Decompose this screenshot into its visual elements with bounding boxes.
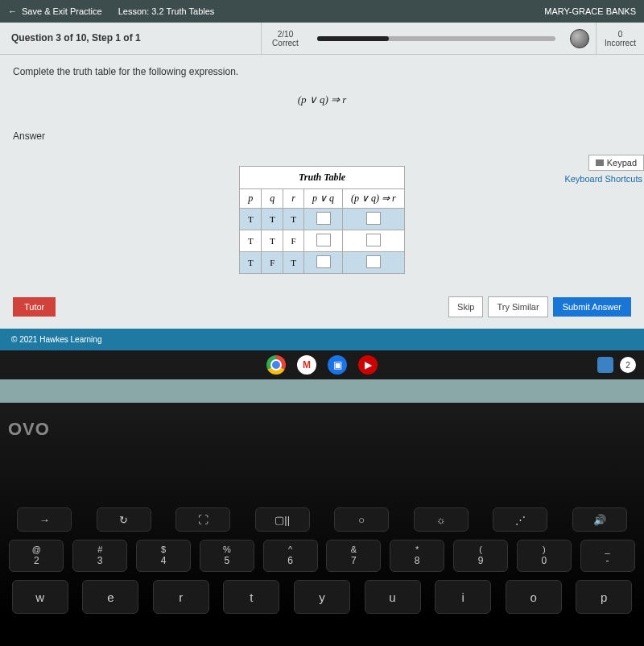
keyboard-row-letters: wertyuiop [0, 580, 644, 614]
answer-input[interactable] [366, 212, 381, 225]
expression-text: (p ∨ q) ⇒ r [0, 93, 644, 122]
table-row: T T T [240, 209, 404, 230]
answer-input[interactable] [316, 234, 331, 246]
keyboard-key: y [294, 580, 350, 614]
keyboard-key: *8 [390, 540, 444, 572]
keyboard-key: %5 [200, 540, 254, 572]
keyboard-key: _- [580, 540, 635, 572]
tray-badge[interactable]: 2 [620, 357, 636, 373]
keyboard-key: (9 [453, 540, 508, 572]
keyboard-key: ⋰ [493, 507, 547, 532]
col-r: r [283, 189, 304, 209]
cell: F [283, 230, 304, 252]
back-arrow-icon[interactable]: ← [8, 6, 17, 16]
keyboard-key: i [435, 580, 491, 614]
keyboard-key: t [223, 580, 279, 614]
submit-answer-button[interactable]: Submit Answer [553, 297, 631, 317]
cell: T [283, 209, 304, 230]
keyboard-key: #3 [72, 540, 127, 572]
keyboard-key: ☼ [414, 507, 469, 532]
col-q: q [262, 189, 283, 209]
col-pvq: p ∨ q [304, 189, 343, 209]
skip-button[interactable]: Skip [448, 296, 483, 317]
cell: T [240, 209, 262, 230]
keypad-label: Keypad [607, 158, 637, 168]
laptop-brand: OVO [8, 419, 50, 440]
keyboard-key: &7 [326, 540, 381, 572]
cell: T [240, 230, 262, 252]
docs-icon[interactable]: ▣ [328, 355, 347, 375]
answer-input[interactable] [316, 212, 331, 225]
keyboard-key: ▢|| [255, 507, 310, 532]
keyboard-row-function: →↻⛶▢||○☼⋰🔊 [0, 507, 644, 532]
cell: T [283, 252, 304, 274]
table-row: T F T [240, 252, 404, 274]
question-header: Question 3 of 10, Step 1 of 1 2/10 Corre… [0, 23, 644, 55]
truth-table: Truth Table p q r p ∨ q (p ∨ q) ⇒ r T T … [239, 166, 404, 274]
try-similar-button[interactable]: Try Similar [488, 296, 547, 317]
cell: F [262, 252, 283, 274]
progress-bar [309, 23, 564, 54]
keyboard-row-numbers: @2#3$4%5^6&7*8(9)0_- [0, 540, 644, 572]
keyboard-key: ^6 [263, 540, 318, 572]
keyboard-key: 🔊 [572, 507, 627, 532]
tools-panel: Keypad Keyboard Shortcuts [564, 155, 644, 184]
keyboard-key: → [17, 507, 72, 532]
cell: T [262, 209, 283, 230]
keyboard-key: ○ [334, 507, 389, 532]
answer-label: Answer [0, 122, 644, 150]
cell: T [262, 230, 283, 252]
answer-input[interactable] [366, 234, 381, 246]
question-title: Question 3 of 10, Step 1 of 1 [0, 23, 261, 54]
lesson-title: Lesson: 3.2 Truth Tables [118, 6, 215, 16]
keyboard-key: o [506, 580, 562, 614]
user-name[interactable]: MARY-GRACE BANKS [544, 6, 636, 16]
answer-input[interactable] [316, 255, 331, 268]
keyboard-key: $4 [136, 540, 191, 572]
correct-number: 2/10 [278, 30, 293, 39]
gmail-icon[interactable]: M [297, 355, 316, 375]
correct-count: 2/10 Correct [261, 23, 309, 54]
button-row: Tutor Skip Try Similar Submit Answer [0, 288, 644, 329]
table-title: Truth Table [240, 167, 404, 189]
correct-label: Correct [272, 39, 299, 48]
cell: T [240, 252, 262, 274]
table-header-row: p q r p ∨ q (p ∨ q) ⇒ r [240, 189, 404, 209]
keyboard-key: ⛶ [175, 507, 230, 532]
youtube-icon[interactable]: ▶ [358, 355, 378, 375]
os-taskbar: M ▣ ▶ 2 [0, 350, 644, 379]
incorrect-number: 0 [618, 30, 623, 39]
incorrect-count: 0 Incorrect [596, 23, 644, 54]
keyboard-key: p [576, 580, 632, 614]
keyboard-key: @2 [9, 540, 64, 572]
keyboard-shortcuts-link[interactable]: Keyboard Shortcuts [564, 174, 644, 184]
table-row: T T F [240, 230, 404, 252]
chrome-icon[interactable] [266, 355, 286, 375]
answer-input[interactable] [366, 255, 381, 268]
col-result: (p ∨ q) ⇒ r [343, 189, 405, 209]
copyright-footer: © 2021 Hawkes Learning [0, 329, 644, 350]
keyboard-key: u [365, 580, 421, 614]
keyboard-key: w [12, 580, 68, 614]
top-bar: ← Save & Exit Practice Lesson: 3.2 Truth… [0, 0, 644, 23]
tray-icon[interactable] [597, 357, 613, 373]
keypad-button[interactable]: Keypad [588, 155, 644, 171]
save-exit-link[interactable]: Save & Exit Practice [22, 6, 102, 16]
globe-icon[interactable] [564, 23, 596, 54]
instruction-text: Complete the truth table for the followi… [0, 55, 644, 93]
keyboard-key: ↻ [97, 507, 151, 532]
keyboard-key: r [153, 580, 209, 614]
tutor-button[interactable]: Tutor [13, 297, 56, 317]
col-p: p [240, 189, 262, 209]
incorrect-label: Incorrect [605, 39, 636, 48]
keyboard-key: e [82, 580, 138, 614]
keypad-icon [596, 159, 604, 166]
keyboard-key: )0 [517, 540, 572, 572]
laptop-body: OVO →↻⛶▢||○☼⋰🔊 @2#3$4%5^6&7*8(9)0_- wert… [0, 403, 644, 617]
